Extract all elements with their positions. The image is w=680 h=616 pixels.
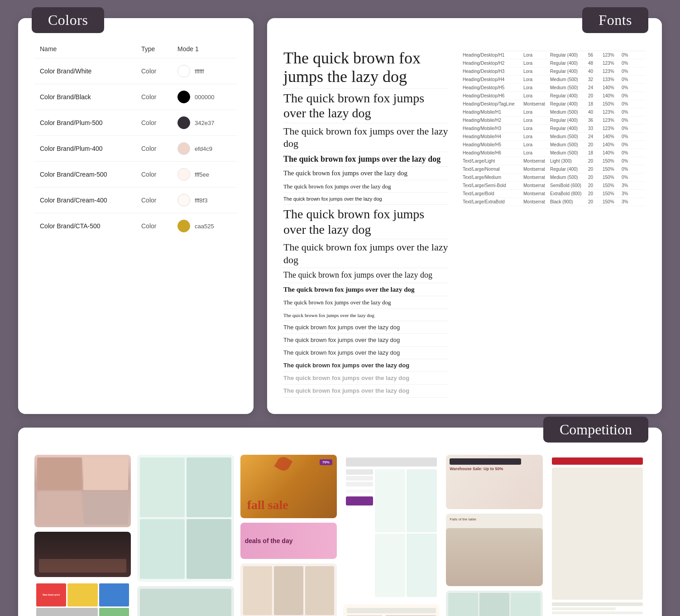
- font-meta-row: Heading/Desktop/H2 Lora Regular (400) 48…: [463, 59, 646, 67]
- poster-block: [67, 583, 97, 607]
- chair-item: [511, 593, 541, 616]
- font-meta-row: Text/Large/Medium Montserrat Medium (500…: [463, 173, 646, 182]
- meta-ls: 0%: [622, 93, 635, 98]
- color-swatch: [177, 142, 190, 155]
- meta-ls: 0%: [622, 53, 635, 58]
- color-type: Color: [141, 171, 177, 178]
- meta-size: 20: [588, 167, 601, 172]
- fonts-meta-table: Heading/Desktop/H1 Lora Regular (400) 56…: [463, 47, 646, 398]
- meta-font: Montserrat: [523, 159, 548, 164]
- meta-lineh: 123%: [603, 69, 620, 74]
- meta-name: Heading/Mobile/H4: [463, 134, 522, 139]
- mockup-block: [83, 457, 128, 491]
- font-sample-tleb: The quick brown fox jumps over the lazy …: [283, 372, 448, 385]
- competition-grid: New lower price: [34, 455, 646, 616]
- color-name: Color Brand/CTA-500: [40, 222, 141, 230]
- meta-ls: 3%: [622, 183, 635, 188]
- meta-font: Montserrat: [523, 175, 548, 180]
- color-swatch: [177, 168, 190, 181]
- color-row-plum400: Color Brand/Plum-400 Color efd4c9: [34, 135, 237, 161]
- meta-lineh: 140%: [603, 150, 620, 155]
- font-sample-tll: The quick brown fox jumps over the lazy …: [283, 321, 448, 334]
- meta-size: 56: [588, 53, 601, 58]
- meta-style: Regular (400): [550, 53, 586, 58]
- meta-name: Heading/Desktop/H1: [463, 53, 522, 58]
- font-sample-tlb: The quick brown fox jumps over the lazy …: [283, 359, 448, 372]
- font-meta-row: Heading/Desktop/H4 Lora Medium (500) 32 …: [463, 76, 646, 84]
- meta-font: Lora: [523, 150, 548, 155]
- comp-col-5: Warehouse Sale: Up to 50% Falls of the t…: [446, 455, 542, 616]
- meta-ls: 0%: [622, 77, 635, 82]
- meta-font: Lora: [523, 142, 548, 147]
- comp-mockup: [137, 455, 234, 582]
- color-swatch-container: ffffff: [177, 65, 232, 77]
- meta-font: Montserrat: [523, 101, 548, 106]
- font-meta-row: Text/Large/Bold Montserrat ExtraBold (80…: [463, 190, 646, 198]
- meta-font: Lora: [523, 61, 548, 66]
- font-text: The quick brown fox jumps over the lazy …: [283, 313, 374, 318]
- colors-panel: Colors Name Type Mode 1 Color Brand/Whit…: [18, 18, 254, 414]
- meta-size: 32: [588, 77, 601, 82]
- meta-ls: 0%: [622, 101, 635, 106]
- meta-lineh: 140%: [603, 134, 620, 139]
- comp-col-6: [549, 455, 646, 616]
- font-meta-row: Text/Large/Normal Montserrat Regular (40…: [463, 165, 646, 173]
- product-card: [375, 534, 405, 597]
- shop-items-grid: [243, 566, 334, 615]
- meta-name: Heading/Desktop/H3: [463, 69, 522, 74]
- meta-font: Lora: [523, 53, 548, 58]
- meta-lineh: 123%: [603, 118, 620, 123]
- meta-style: Medium (500): [550, 110, 586, 115]
- poster-text: New lower price: [43, 593, 60, 596]
- color-swatch-container: fff8f3: [177, 194, 232, 207]
- comp-mockup: [343, 604, 440, 616]
- col-mode-header: Mode 1: [177, 45, 232, 53]
- font-meta-row: Heading/Desktop/TagLine Montserrat Regul…: [463, 100, 646, 108]
- col-type-header: Type: [141, 45, 177, 53]
- font-sample-tlm: The quick brown fox jumps over the lazy …: [283, 346, 448, 359]
- meta-lineh: 150%: [603, 167, 620, 172]
- color-type: Color: [141, 222, 177, 230]
- meta-ls: 0%: [622, 85, 635, 90]
- meta-name: Heading/Mobile/H5: [463, 142, 522, 147]
- mockup-overlay-bar: [39, 559, 126, 573]
- meta-font: Lora: [523, 93, 548, 98]
- fonts-label: Fonts: [582, 7, 648, 33]
- fonts-samples: The quick brown fox jumps the lazy dog T…: [283, 47, 455, 398]
- color-name: Color Brand/Cream-500: [40, 171, 141, 178]
- font-sample-h6: The quick brown fox jumps over the lazy …: [283, 180, 448, 193]
- color-row-cta500: Color Brand/CTA-500 Color caa525: [34, 213, 237, 239]
- color-name: Color Brand/Plum-400: [40, 145, 141, 152]
- filter-cta: [346, 496, 373, 505]
- meta-lineh: 150%: [603, 101, 620, 106]
- color-value: efd4c9: [195, 145, 212, 152]
- poster-block: [36, 608, 98, 616]
- font-sample-h3: The quick brown fox jumps over the lazy …: [283, 123, 448, 152]
- page-container: Colors Name Type Mode 1 Color Brand/Whit…: [18, 18, 662, 616]
- product-card: [375, 469, 405, 533]
- color-row-cream400: Color Brand/Cream-400 Color fff8f3: [34, 187, 237, 213]
- meta-style: Regular (400): [550, 93, 586, 98]
- font-sample-mh6: The quick brown fox jumps over the lazy …: [283, 309, 448, 321]
- meta-ls: 0%: [622, 167, 635, 172]
- meta-style: Medium (500): [550, 85, 586, 90]
- font-text: The quick brown fox jumps over the lazy …: [283, 349, 400, 356]
- meta-style: Regular (400): [550, 69, 586, 74]
- color-row-black: Color Brand/Black Color 000000: [34, 84, 237, 110]
- font-meta-row: Heading/Mobile/H1 Lora Medium (500) 40 1…: [463, 108, 646, 116]
- color-value: 000000: [195, 94, 214, 101]
- font-meta-row: Text/Large/ExtraBold Montserrat Black (9…: [463, 198, 646, 206]
- colors-table: Name Type Mode 1 Color Brand/White Color…: [34, 45, 237, 239]
- mockup-block: [37, 491, 82, 525]
- font-meta-row: Heading/Mobile/H3 Lora Regular (400) 33 …: [463, 125, 646, 133]
- color-type: Color: [141, 119, 177, 126]
- meta-lineh: 140%: [603, 85, 620, 90]
- meta-name: Heading/Mobile/H6: [463, 150, 522, 155]
- meta-font: Lora: [523, 118, 548, 123]
- color-swatch: [177, 194, 190, 207]
- competition-label: Competition: [543, 417, 648, 443]
- meta-font: Montserrat: [523, 199, 548, 204]
- color-type: Color: [141, 145, 177, 152]
- font-text: The quick brown fox jumps over the lazy …: [283, 91, 424, 120]
- shop-item: [243, 566, 272, 615]
